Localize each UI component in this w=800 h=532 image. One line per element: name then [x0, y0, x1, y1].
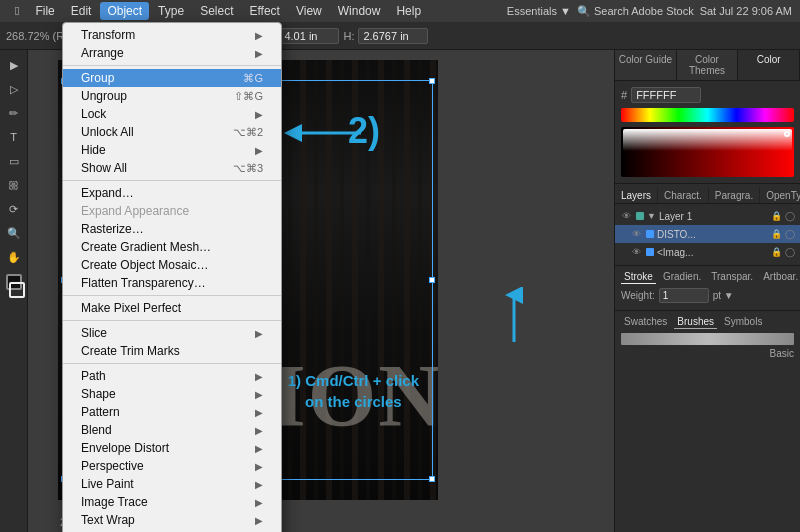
h-input[interactable]: [358, 28, 428, 44]
tab-symbols[interactable]: Symbols: [721, 315, 765, 329]
stroke-color[interactable]: [9, 282, 25, 298]
layer-color-disto: [646, 230, 654, 238]
menu-item-transform[interactable]: Transform ▶: [63, 26, 281, 44]
tab-layers[interactable]: Layers: [615, 188, 658, 203]
menu-select[interactable]: Select: [193, 2, 240, 20]
menu-view[interactable]: View: [289, 2, 329, 20]
menu-item-text-wrap[interactable]: Text Wrap ▶: [63, 511, 281, 529]
menu-item-envelope-distort[interactable]: Envelope Distort ▶: [63, 439, 281, 457]
menu-item-arrange[interactable]: Arrange ▶: [63, 44, 281, 62]
zoom-tool[interactable]: 🔍: [3, 222, 25, 244]
arrow-icon: ▶: [255, 371, 263, 382]
color-gradient-bar[interactable]: [621, 108, 794, 122]
layer-icons-1: 🔒 ◯: [770, 210, 796, 222]
layer-lock-imag[interactable]: 🔒: [770, 246, 782, 258]
arrow-icon: ▶: [255, 30, 263, 41]
tab-character[interactable]: Charact.: [658, 188, 709, 203]
direct-select-tool[interactable]: ▷: [3, 78, 25, 100]
layer-name-imag: <Imag...: [657, 247, 767, 258]
menu-item-gradient-mesh[interactable]: Create Gradient Mesh…: [63, 238, 281, 256]
pen-tool[interactable]: ✏: [3, 102, 25, 124]
menu-item-image-trace[interactable]: Image Trace ▶: [63, 493, 281, 511]
arrow-icon: ▶: [255, 443, 263, 454]
menu-item-rasterize[interactable]: Rasterize…: [63, 220, 281, 238]
arrow-icon: ▶: [255, 109, 263, 120]
tab-color-guide[interactable]: Color Guide: [615, 50, 677, 80]
weight-label: Weight:: [621, 290, 655, 301]
handle-br[interactable]: [429, 476, 435, 482]
menu-item-flatten-transparency[interactable]: Flatten Transparency…: [63, 274, 281, 292]
system-time: Sat Jul 22 9:06 AM: [700, 5, 792, 17]
tab-brushes[interactable]: Brushes: [674, 315, 717, 329]
color-spectrum[interactable]: [621, 127, 794, 177]
menu-item-blend[interactable]: Blend ▶: [63, 421, 281, 439]
layer-row-disto[interactable]: 👁 DISTO... 🔒 ◯: [615, 225, 800, 243]
menu-item-shape[interactable]: Shape ▶: [63, 385, 281, 403]
handle-tr[interactable]: [429, 78, 435, 84]
menu-item-path[interactable]: Path ▶: [63, 367, 281, 385]
hex-input[interactable]: [631, 87, 701, 103]
w-input[interactable]: [279, 28, 339, 44]
layer-eye-1[interactable]: 👁: [619, 209, 633, 223]
menu-item-perspective[interactable]: Perspective ▶: [63, 457, 281, 475]
menu-file[interactable]: File: [28, 2, 61, 20]
layer-target-disto[interactable]: ◯: [784, 228, 796, 240]
color-hex-row: #: [621, 87, 794, 103]
tab-color[interactable]: Color: [738, 50, 800, 80]
layer-target-imag[interactable]: ◯: [784, 246, 796, 258]
menu-item-slice[interactable]: Slice ▶: [63, 324, 281, 342]
tab-artboard[interactable]: Artboar.: [760, 270, 800, 284]
menu-effect[interactable]: Effect: [242, 2, 286, 20]
shape-tool[interactable]: ▭: [3, 150, 25, 172]
divider-5: [63, 363, 281, 364]
menu-object[interactable]: Object: [100, 2, 149, 20]
menu-item-show-all[interactable]: Show All ⌥⌘3: [63, 159, 281, 177]
layer-expand-1[interactable]: ▼: [647, 211, 656, 221]
tab-swatches[interactable]: Swatches: [621, 315, 670, 329]
menu-item-live-paint[interactable]: Live Paint ▶: [63, 475, 281, 493]
menu-item-lock[interactable]: Lock ▶: [63, 105, 281, 123]
handle-mr[interactable]: [429, 277, 435, 283]
menu-item-object-mosaic[interactable]: Create Object Mosaic…: [63, 256, 281, 274]
layer-lock-disto[interactable]: 🔒: [770, 228, 782, 240]
menu-window[interactable]: Window: [331, 2, 388, 20]
menu-item-ungroup[interactable]: Ungroup ⇧⌘G: [63, 87, 281, 105]
essentials-label[interactable]: Essentials ▼: [507, 5, 571, 17]
layer-lock-1[interactable]: 🔒: [770, 210, 782, 222]
brush-tool[interactable]: 🏼: [3, 174, 25, 196]
menu-item-hide[interactable]: Hide ▶: [63, 141, 281, 159]
select-tool[interactable]: ▶: [3, 54, 25, 76]
weight-input[interactable]: [659, 288, 709, 303]
layer-icons-disto: 🔒 ◯: [770, 228, 796, 240]
menu-item-expand[interactable]: Expand…: [63, 184, 281, 202]
tab-color-themes[interactable]: Color Themes: [677, 50, 739, 80]
menu-item-group[interactable]: Group ⌘G: [63, 69, 281, 87]
layer-target-1[interactable]: ◯: [784, 210, 796, 222]
menu-item-make-pixel-perfect[interactable]: Make Pixel Perfect: [63, 299, 281, 317]
rotate-tool[interactable]: ⟳: [3, 198, 25, 220]
arrow-icon: ▶: [255, 145, 263, 156]
layer-eye-imag[interactable]: 👁: [629, 245, 643, 259]
search-stock[interactable]: 🔍 Search Adobe Stock: [577, 5, 694, 18]
menu-item-create-trim-marks[interactable]: Create Trim Marks: [63, 342, 281, 360]
text-tool[interactable]: T: [3, 126, 25, 148]
tab-paragraph[interactable]: Paragra.: [709, 188, 760, 203]
menu-item-pattern[interactable]: Pattern ▶: [63, 403, 281, 421]
divider-1: [63, 65, 281, 66]
tab-gradient[interactable]: Gradien.: [660, 270, 704, 284]
tab-transparency[interactable]: Transpar.: [708, 270, 756, 284]
tab-opentype[interactable]: OpenTy.: [760, 188, 800, 203]
hand-tool[interactable]: ✋: [3, 246, 25, 268]
menu-type[interactable]: Type: [151, 2, 191, 20]
arrow-icon: ▶: [255, 48, 263, 59]
layer-color-imag: [646, 248, 654, 256]
layer-row-imag[interactable]: 👁 <Imag... 🔒 ◯: [615, 243, 800, 261]
menu-item-expand-appearance[interactable]: Expand Appearance: [63, 202, 281, 220]
layer-row-1[interactable]: 👁 ▼ Layer 1 🔒 ◯: [615, 207, 800, 225]
apple-menu[interactable]: : [8, 2, 26, 20]
tab-stroke[interactable]: Stroke: [621, 270, 656, 284]
menu-item-unlock-all[interactable]: Unlock All ⌥⌘2: [63, 123, 281, 141]
menu-edit[interactable]: Edit: [64, 2, 99, 20]
layer-eye-disto[interactable]: 👁: [629, 227, 643, 241]
menu-help[interactable]: Help: [389, 2, 428, 20]
